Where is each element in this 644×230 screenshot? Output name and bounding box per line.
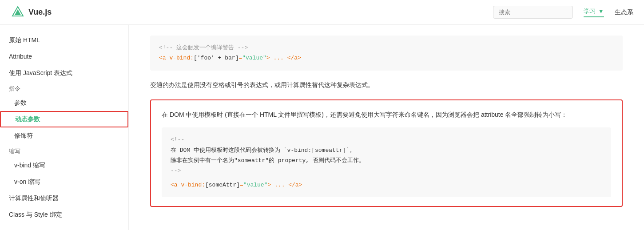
highlight-box: 在 DOM 中使用模板时 (直接在一个 HTML 文件里撰写模板)，还需要避免使… (150, 99, 623, 207)
highlight-intro-text: 在 DOM 中使用模板时 (直接在一个 HTML 文件里撰写模板)，还需要避免使… (162, 109, 611, 120)
desc-text: 变通的办法是使用没有空格或引号的表达式，或用计算属性替代这种复杂表达式。 (150, 79, 623, 91)
code-body-line2: 除非在实例中有一个名为"someattr"的 property, 否则代码不会工… (171, 155, 602, 166)
sidebar: 原始 HTML Attribute 使用 JavaScript 表达式 指令 参… (0, 25, 129, 230)
sidebar-item-vbind-abbrev[interactable]: v-bind 缩写 (0, 157, 128, 174)
attr-name: v-bind: (169, 55, 194, 61)
header-left: Vue.js (11, 5, 52, 20)
vue-logo (11, 5, 25, 20)
highlight-code-block: <!-- 在 DOM 中使用模板时这段代码会被转换为 `v-bind:[some… (162, 127, 611, 197)
hl-tag-close: > ... </a> (267, 182, 302, 188)
sidebar-item-von-abbrev[interactable]: v-on 缩写 (0, 174, 128, 190)
highlight-code-line: <a v-bind:[someAttr]="value"> ... </a> (171, 180, 602, 190)
hl-attr-name: v-bind: (181, 182, 205, 188)
tag-close-open: > ... </a> (266, 55, 301, 61)
site-title: Vue.js (28, 8, 52, 17)
sidebar-item-raw-html[interactable]: 原始 HTML (0, 32, 128, 48)
header: Vue.js 学习 ▼ 生态系 (0, 0, 644, 25)
top-code-block: <!-- 这会触发一个编译警告 --> <a v-bind:['foo' + b… (150, 36, 623, 71)
sidebar-item-js-expression[interactable]: 使用 JavaScript 表达式 (0, 65, 128, 81)
nav-item-learn[interactable]: 学习 ▼ (584, 8, 604, 17)
hl-attr-eq: = (240, 182, 243, 188)
sidebar-section-abbrev: 缩写 (0, 144, 128, 157)
sidebar-section-directives: 指令 (0, 81, 128, 95)
code-comment-close: --> (171, 166, 602, 176)
main-content: <!-- 这会触发一个编译警告 --> <a v-bind:['foo' + b… (129, 25, 644, 230)
sidebar-item-modifiers[interactable]: 修饰符 (0, 127, 128, 144)
sidebar-item-attribute[interactable]: Attribute (0, 48, 128, 65)
attr-value: "value" (242, 55, 266, 61)
hl-attr-value: "value" (243, 182, 268, 188)
sidebar-item-params[interactable]: 参数 (0, 95, 128, 111)
header-right: 学习 ▼ 生态系 (493, 6, 633, 19)
nav-item-ecosystem[interactable]: 生态系 (615, 8, 633, 16)
layout: 原始 HTML Attribute 使用 JavaScript 表达式 指令 参… (0, 25, 644, 230)
code-body-line1: 在 DOM 中使用模板时这段代码会被转换为 `v-bind:[someattr]… (171, 145, 602, 155)
code-comment-open: <!-- (171, 135, 602, 145)
hl-attr-dynamic: [someAttr] (205, 182, 240, 188)
hl-tag-open: <a (171, 182, 181, 188)
sidebar-item-dynamic-params[interactable]: 动态参数 (0, 111, 128, 127)
search-input[interactable] (493, 6, 573, 19)
attr-dynamic: ['foo' + bar] (194, 55, 239, 61)
sidebar-item-computed[interactable]: 计算属性和侦听器 (0, 190, 128, 206)
top-code-line: <a v-bind:['foo' + bar]="value"> ... </a… (159, 53, 614, 63)
top-comment-line: <!-- 这会触发一个编译警告 --> (159, 43, 614, 53)
sidebar-item-class-style[interactable]: Class 与 Style 绑定 (0, 206, 128, 223)
tag-open: <a (159, 55, 169, 61)
